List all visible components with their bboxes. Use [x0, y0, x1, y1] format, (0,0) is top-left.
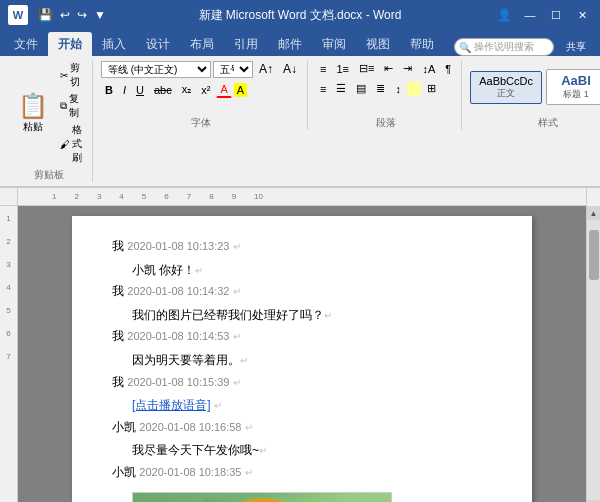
chat-line-6: 小凯 2020-01-08 10:18:35 ↵: [112, 462, 492, 484]
timestamp-3: 2020-01-08 10:14:53: [127, 330, 229, 342]
numbered-list-button[interactable]: 1≡: [332, 61, 353, 77]
grow-font-button[interactable]: A↑: [255, 60, 277, 78]
styles-label: 样式: [538, 116, 558, 130]
customize-icon[interactable]: ▼: [92, 6, 108, 24]
cut-icon: ✂: [60, 70, 68, 81]
ruler-scroll-corner: [586, 188, 600, 206]
style-heading1[interactable]: AaBl 标题 1: [546, 69, 600, 105]
voice-link[interactable]: [点击播放语音]: [132, 398, 211, 412]
ruler-corner: [0, 188, 18, 206]
font-group: 等线 (中文正文) 五号 A↑ A↓ B I U abc x₂ x² A: [95, 60, 308, 130]
chat-line-1: 我 2020-01-08 10:13:23 ↵: [112, 236, 492, 258]
tab-home[interactable]: 开始: [48, 32, 92, 56]
tab-review[interactable]: 审阅: [312, 32, 356, 56]
window-title: 新建 Microsoft Word 文档.docx - Word: [199, 7, 402, 24]
clipboard-content: 📋 粘贴 ✂ 剪切 ⧉ 复制 🖌 格式刷: [12, 60, 86, 166]
cut-button[interactable]: ✂ 剪切: [56, 60, 86, 90]
chat-line-3: 我 2020-01-08 10:14:53 ↵: [112, 326, 492, 348]
tab-layout[interactable]: 布局: [180, 32, 224, 56]
copy-button[interactable]: ⧉ 复制: [56, 91, 86, 121]
ruler-container: 1 2 3 4 5 6 7 8 9 10: [0, 188, 600, 206]
styles-content: AaBbCcDc 正文 AaBl 标题 1 ▲ ▼ ⌄: [470, 60, 600, 114]
scroll-thumb-vertical[interactable]: [589, 230, 599, 280]
document-scroll-area[interactable]: 我 2020-01-08 10:13:23 ↵ 小凯 你好！↵ 我 2020-0…: [18, 206, 586, 502]
paste-button[interactable]: 📋 粘贴: [12, 88, 54, 138]
clipboard-sub-buttons: ✂ 剪切 ⧉ 复制 🖌 格式刷: [56, 60, 86, 166]
photo-area: [112, 492, 492, 502]
style-normal[interactable]: AaBbCcDc 正文: [470, 71, 542, 104]
timestamp-4: 2020-01-08 10:15:39: [127, 376, 229, 388]
content-area: 1 2 3 4 5 6 7 我 2020-01-08 10:13:23 ↵: [0, 206, 600, 502]
vertical-scrollbar: ▲ ▼: [586, 206, 600, 502]
bold-button[interactable]: B: [101, 82, 117, 98]
close-button[interactable]: ✕: [572, 5, 592, 25]
sender-4: 我: [112, 375, 127, 389]
bullet-list-button[interactable]: ≡: [316, 61, 330, 77]
cut-label: 剪切: [70, 61, 82, 89]
minimize-button[interactable]: —: [520, 5, 540, 25]
user-icon: 👤: [495, 6, 514, 24]
message-2: 我们的图片已经帮我们处理好了吗？↵: [112, 305, 492, 327]
chat-line-5: 小凯 2020-01-08 10:16:58 ↵: [112, 417, 492, 439]
share-button[interactable]: 共享: [560, 38, 592, 56]
search-box[interactable]: 🔍 操作说明搜索: [454, 38, 554, 56]
timestamp-6: 2020-01-08 10:18:35: [139, 466, 241, 478]
restore-button[interactable]: ☐: [546, 5, 566, 25]
timestamp-2: 2020-01-08 10:14:32: [127, 285, 229, 297]
title-bar-left: W 💾 ↩ ↪ ▼: [8, 5, 108, 25]
message-4: [点击播放语音] ↵: [112, 395, 492, 417]
align-center-button[interactable]: ☰: [332, 80, 350, 97]
font-row-1: 等线 (中文正文) 五号 A↑ A↓: [101, 60, 301, 78]
tab-insert[interactable]: 插入: [92, 32, 136, 56]
tab-file[interactable]: 文件: [4, 32, 48, 56]
font-color-button[interactable]: A: [216, 81, 231, 98]
font-family-select[interactable]: 等线 (中文正文): [101, 61, 211, 78]
photo-image[interactable]: [132, 492, 392, 502]
ribbon-body: 📋 粘贴 ✂ 剪切 ⧉ 复制 🖌 格式刷: [0, 56, 600, 187]
timestamp-5: 2020-01-08 10:16:58: [139, 421, 241, 433]
highlight-button[interactable]: A: [234, 83, 247, 97]
show-marks-button[interactable]: ¶: [441, 61, 455, 77]
italic-button[interactable]: I: [119, 82, 130, 98]
copy-label: 复制: [69, 92, 82, 120]
search-icon: 🔍: [459, 42, 471, 53]
sender-3: 我: [112, 329, 127, 343]
align-right-button[interactable]: ▤: [352, 80, 370, 97]
border-button[interactable]: ⊞: [423, 80, 440, 97]
shading-button[interactable]: [407, 82, 421, 96]
multilevel-list-button[interactable]: ⊟≡: [355, 60, 378, 77]
format-painter-icon: 🖌: [60, 139, 70, 150]
paragraph-label: 段落: [376, 116, 396, 130]
shrink-font-button[interactable]: A↓: [279, 60, 301, 78]
tab-view[interactable]: 视图: [356, 32, 400, 56]
sender-1: 我: [112, 239, 127, 253]
message-3: 因为明天要等着用。↵: [112, 350, 492, 372]
increase-indent-button[interactable]: ⇥: [399, 60, 416, 77]
justify-button[interactable]: ≣: [372, 80, 389, 97]
scroll-up-button[interactable]: ▲: [587, 206, 601, 220]
undo-icon[interactable]: ↩: [58, 6, 72, 24]
font-size-select[interactable]: 五号: [213, 61, 253, 78]
message-1: 小凯 你好！↵: [112, 260, 492, 282]
superscript-button[interactable]: x²: [197, 82, 214, 98]
tab-help[interactable]: 帮助: [400, 32, 444, 56]
redo-icon[interactable]: ↪: [75, 6, 89, 24]
underline-button[interactable]: U: [132, 82, 148, 98]
line-spacing-button[interactable]: ↕: [391, 81, 405, 97]
sender-5: 小凯: [112, 420, 139, 434]
tab-references[interactable]: 引用: [224, 32, 268, 56]
format-painter-button[interactable]: 🖌 格式刷: [56, 122, 86, 166]
paragraph-row-2: ≡ ☰ ▤ ≣ ↕ ⊞: [316, 80, 440, 97]
decrease-indent-button[interactable]: ⇤: [380, 60, 397, 77]
tab-design[interactable]: 设计: [136, 32, 180, 56]
font-label: 字体: [191, 116, 211, 130]
chat-line-4: 我 2020-01-08 10:15:39 ↵: [112, 372, 492, 394]
save-icon[interactable]: 💾: [36, 6, 55, 24]
strikethrough-button[interactable]: abc: [150, 82, 176, 98]
sort-button[interactable]: ↕A: [418, 61, 439, 77]
tab-mailings[interactable]: 邮件: [268, 32, 312, 56]
align-left-button[interactable]: ≡: [316, 81, 330, 97]
subscript-button[interactable]: x₂: [178, 81, 196, 98]
search-placeholder: 操作说明搜索: [474, 40, 534, 54]
styles-group: AaBbCcDc 正文 AaBl 标题 1 ▲ ▼ ⌄ 样式: [464, 60, 600, 130]
